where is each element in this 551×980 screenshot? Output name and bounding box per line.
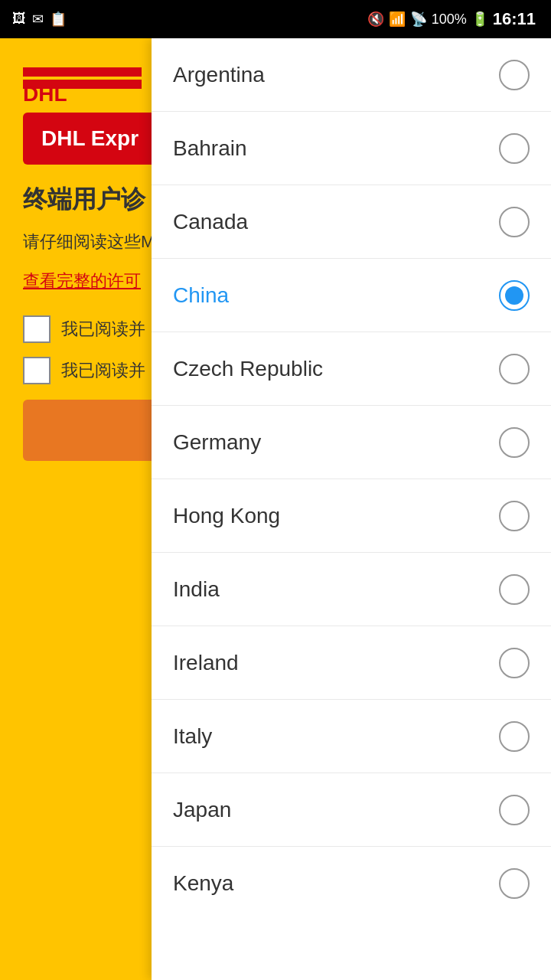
radio-hong-kong[interactable] [499,501,530,531]
status-bar: 🖼 ✉ 📋 🔇 📶 📡 100% 🔋 16:11 [0,0,551,38]
country-name-czech-republic: Czech Republic [173,357,323,381]
country-name-hong-kong: Hong Kong [173,504,280,528]
checkbox-2-label: 我已阅读并 [61,359,145,382]
country-name-ireland: Ireland [173,651,239,675]
country-item-india[interactable]: India [152,553,551,626]
country-item-kenya[interactable]: Kenya [152,847,551,920]
country-name-china: China [173,283,229,308]
status-time: 16:11 [493,9,536,29]
svg-text:DHL: DHL [23,82,67,103]
radio-bahrain[interactable] [499,133,530,164]
checkbox-1[interactable] [23,315,51,343]
country-name-germany: Germany [173,430,261,455]
country-item-hong-kong[interactable]: Hong Kong [152,479,551,553]
dhl-express-button: DHL Expr [23,113,157,165]
mute-icon: 🔇 [367,11,384,28]
dhl-logo: DHL [23,61,145,103]
country-item-ireland[interactable]: Ireland [152,626,551,700]
svg-rect-0 [23,67,142,77]
image-icon: 🖼 [12,11,26,28]
radio-ireland[interactable] [499,648,530,678]
country-item-czech-republic[interactable]: Czech Republic [152,332,551,406]
checkbox-2[interactable] [23,357,51,384]
email-icon: ✉ [32,11,44,28]
country-item-canada[interactable]: Canada [152,185,551,259]
country-item-argentina[interactable]: Argentina [152,38,551,112]
country-item-china[interactable]: China [152,259,551,332]
country-dropdown: ArgentinaBahrainCanadaChinaCzech Republi… [152,38,551,980]
radio-italy[interactable] [499,721,530,752]
country-name-kenya: Kenya [173,871,233,896]
notification-icon: 📋 [50,11,67,28]
wifi-icon: 📶 [389,11,406,28]
radio-argentina[interactable] [499,60,530,90]
country-name-argentina: Argentina [173,63,265,87]
radio-kenya[interactable] [499,868,530,899]
battery-icon: 🔋 [471,11,488,28]
radio-germany[interactable] [499,427,530,458]
radio-china[interactable] [499,280,530,311]
country-item-bahrain[interactable]: Bahrain [152,112,551,185]
radio-czech-republic[interactable] [499,354,530,384]
country-name-canada: Canada [173,210,248,234]
radio-india[interactable] [499,574,530,605]
country-item-italy[interactable]: Italy [152,700,551,773]
country-name-india: India [173,577,220,602]
checkbox-1-label: 我已阅读并 [61,318,145,341]
country-item-japan[interactable]: Japan [152,773,551,847]
country-item-germany[interactable]: Germany [152,406,551,479]
radio-canada[interactable] [499,207,530,237]
radio-japan[interactable] [499,795,530,825]
battery-label: 100% [432,11,467,28]
signal-icon: 📡 [410,11,427,28]
country-name-italy: Italy [173,724,212,749]
country-name-japan: Japan [173,798,231,822]
country-name-bahrain: Bahrain [173,136,247,161]
country-list: ArgentinaBahrainCanadaChinaCzech Republi… [152,38,551,980]
